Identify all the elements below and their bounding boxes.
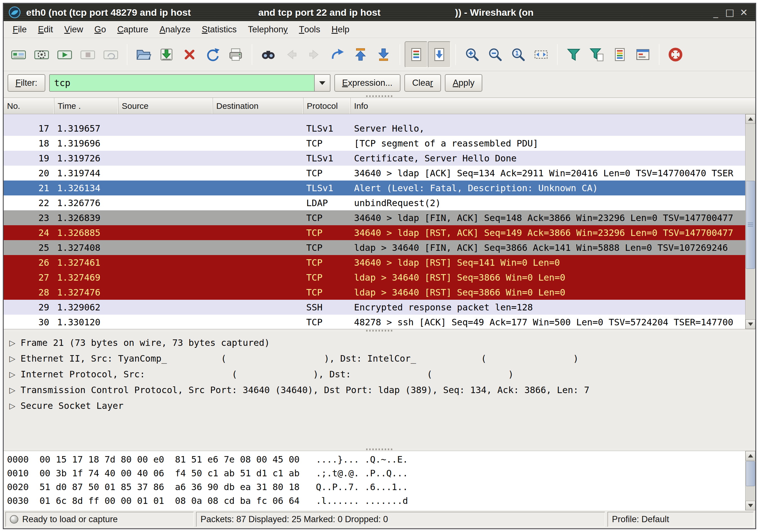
display-filter-icon — [588, 46, 605, 63]
detail-tree-row[interactable]: ▷Internet Protocol, Src: ( ), Dst: ( ) — [8, 366, 755, 382]
menu-go[interactable]: Go — [89, 21, 112, 38]
column-header-source[interactable]: Source — [118, 98, 213, 114]
filter-input[interactable] — [50, 75, 314, 91]
hex-line[interactable]: 0020 51 d0 87 50 01 85 37 86 a6 36 90 db… — [7, 480, 745, 494]
expander-icon[interactable]: ▷ — [8, 354, 20, 363]
menu-analyze[interactable]: Analyze — [154, 21, 196, 38]
list-interfaces-button[interactable] — [7, 41, 30, 68]
expander-icon[interactable]: ▷ — [8, 386, 20, 395]
column-header-time[interactable]: Time . — [54, 98, 118, 114]
detail-tree-row[interactable]: ▷Transmission Control Protocol, Src Port… — [8, 382, 755, 398]
scroll-down-button[interactable] — [745, 319, 755, 329]
preferences-button[interactable] — [631, 41, 655, 68]
print-button[interactable] — [224, 41, 247, 68]
zoom-out-button[interactable] — [483, 41, 506, 68]
hex-line[interactable]: 0000 00 15 17 18 7d 80 00 e0 81 51 e6 7e… — [7, 453, 745, 467]
packet-row-22[interactable]: 221.326776LDAPunbindRequest(2) — [4, 195, 745, 210]
go-to-packet-button[interactable] — [326, 41, 349, 68]
packet-row-21[interactable]: 211.326134TLSv1Alert (Level: Fatal, Desc… — [4, 181, 745, 195]
cell-no: 25 — [4, 242, 54, 253]
scroll-down-button[interactable] — [745, 501, 755, 511]
save-file-button[interactable] — [155, 41, 178, 68]
coloring-rules-button[interactable] — [608, 41, 631, 68]
menu-tools[interactable]: Tools — [293, 21, 326, 38]
pane-resize-handle-top[interactable] — [4, 95, 755, 98]
expander-icon[interactable]: ▷ — [8, 370, 20, 379]
packet-row-27[interactable]: 271.327469TCPldap > 34640 [RST] Seq=3866… — [4, 270, 745, 285]
open-file-button[interactable] — [132, 41, 155, 68]
cell-no: 17 — [4, 123, 54, 134]
column-header-info[interactable]: Info — [351, 98, 745, 114]
capture-options-button[interactable] — [30, 41, 53, 68]
reload-button[interactable] — [201, 41, 224, 68]
detail-tree-row[interactable]: ▷Frame 21 (73 bytes on wire, 73 bytes ca… — [8, 335, 755, 350]
packet-row-30[interactable]: 301.330120TCP48278 > ssh [ACK] Seq=49 Ac… — [4, 315, 745, 329]
find-packet-button[interactable] — [257, 41, 280, 68]
go-to-bottom-button[interactable] — [372, 41, 395, 68]
expert-info-icon[interactable] — [10, 515, 18, 523]
menu-file[interactable]: File — [7, 21, 32, 38]
filter-dropdown-button[interactable] — [314, 75, 330, 91]
apply-button[interactable]: Apply — [445, 74, 483, 92]
packet-row-25[interactable]: 251.327408TCPldap > 34640 [FIN, ACK] Seq… — [4, 240, 745, 255]
menu-statistics[interactable]: Statistics — [196, 21, 242, 38]
packet-row-29[interactable]: 291.329062SSHEncrypted response packet l… — [4, 300, 745, 315]
close-button[interactable]: ✕ — [737, 6, 751, 19]
chevron-down-icon — [319, 81, 325, 85]
zoom-in-button[interactable] — [460, 41, 483, 68]
colorize-button[interactable] — [405, 41, 428, 68]
scrollbar-thumb[interactable] — [746, 461, 755, 486]
capture-start-button[interactable] — [53, 41, 76, 68]
column-header-protocol[interactable]: Protocol — [303, 98, 351, 114]
menu-help[interactable]: Help — [326, 21, 355, 38]
packet-row-19[interactable]: 191.319726TLSv1Certificate, Server Hello… — [4, 151, 745, 166]
packet-row-24[interactable]: 241.326885TCP34640 > ldap [RST, ACK] Seq… — [4, 225, 745, 240]
hex-line[interactable]: 0030 01 6c 8d ff 00 00 01 01 08 0a 08 cd… — [7, 494, 745, 508]
display-filter-button[interactable] — [585, 41, 608, 68]
column-header-no[interactable]: No. — [4, 98, 54, 114]
hex-line[interactable]: 0010 00 3b 1f 74 40 00 40 06 f4 50 c1 ab… — [7, 467, 745, 480]
titlebar[interactable]: eth0 (not (tcp port 48279 and ip host an… — [4, 4, 755, 21]
clear-button[interactable]: Clear — [404, 74, 441, 92]
scrollbar-thumb[interactable] — [746, 181, 755, 269]
status-section-profile[interactable]: Profile: Default — [607, 512, 754, 527]
menu-capture[interactable]: Capture — [112, 21, 154, 38]
column-header-destination[interactable]: Destination — [213, 98, 303, 114]
packet-row-28[interactable]: 281.327476TCPldap > 34640 [RST] Seq=3866… — [4, 285, 745, 300]
help-button[interactable] — [664, 41, 687, 68]
packet-row-17[interactable]: 171.319657TLSv1Server Hello, — [4, 121, 745, 136]
detail-tree-row[interactable]: ▷Ethernet II, Src: TyanComp_ ( ), Dst: I… — [8, 350, 755, 366]
resize-columns-button[interactable] — [530, 41, 553, 68]
packet-row-23[interactable]: 231.326839TCP34640 > ldap [FIN, ACK] Seq… — [4, 210, 745, 225]
cell-proto: TCP — [303, 213, 351, 223]
scroll-up-button[interactable] — [745, 451, 755, 461]
filter-button[interactable]: Filter: — [8, 74, 45, 92]
packet-row-partial[interactable] — [4, 114, 745, 121]
detail-tree-row[interactable]: ▷Secure Socket Layer — [8, 398, 755, 414]
expression-button[interactable]: Expression... — [334, 74, 400, 92]
packet-row-18[interactable]: 181.319696TCP[TCP segment of a reassembl… — [4, 136, 745, 151]
close-file-button[interactable] — [178, 41, 201, 68]
minimize-button[interactable]: _ — [709, 6, 723, 19]
menu-edit[interactable]: Edit — [32, 21, 59, 38]
maximize-button[interactable]: □ — [723, 6, 737, 19]
menu-telephony[interactable]: Telephony — [242, 21, 293, 38]
menu-view[interactable]: View — [59, 21, 89, 38]
packet-bytes-scrollbar[interactable] — [745, 451, 755, 511]
zoom-100-button[interactable]: 1 — [506, 41, 530, 68]
capture-stop-button[interactable] — [76, 41, 99, 68]
expander-icon[interactable]: ▷ — [8, 338, 20, 348]
scroll-up-button[interactable] — [745, 114, 755, 124]
packet-list-scrollbar[interactable] — [745, 114, 755, 329]
packet-row-20[interactable]: 201.319744TCP34640 > ldap [ACK] Seq=134 … — [4, 166, 745, 181]
auto-scroll-button[interactable] — [428, 41, 451, 68]
go-forward-button[interactable] — [303, 41, 326, 68]
capture-filter-button[interactable] — [562, 41, 585, 68]
expander-icon[interactable]: ▷ — [8, 401, 20, 411]
pane-resize-handle-bottom[interactable] — [4, 448, 755, 451]
capture-restart-button[interactable] — [99, 41, 122, 68]
pane-resize-handle-middle[interactable] — [4, 329, 755, 332]
packet-row-26[interactable]: 261.327461TCP34640 > ldap [RST] Seq=141 … — [4, 255, 745, 270]
go-to-top-button[interactable] — [349, 41, 372, 68]
go-back-button[interactable] — [280, 41, 303, 68]
